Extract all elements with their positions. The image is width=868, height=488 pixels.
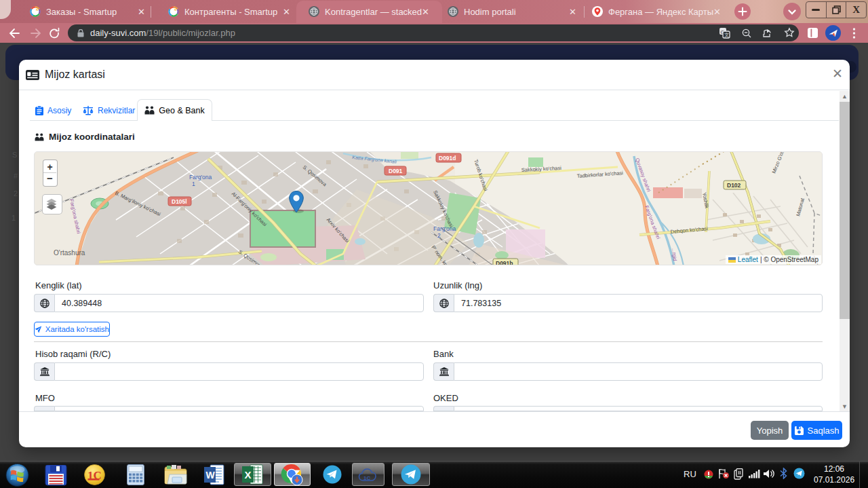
svg-text:2: 2 [437, 232, 441, 239]
svg-text:D091: D091 [389, 168, 403, 174]
svg-text:D105l: D105l [172, 198, 187, 205]
svg-text:D091b: D091b [496, 260, 513, 265]
svg-text:Farg'ona: Farg'ona [189, 174, 212, 181]
svg-text:1: 1 [192, 181, 195, 187]
svg-text:D091d: D091d [439, 155, 456, 162]
svg-text:Farg'ona: Farg'ona [433, 225, 456, 232]
svg-text:D102: D102 [727, 182, 741, 189]
svg-text:W: W [206, 470, 216, 481]
svg-text:文: 文 [724, 32, 729, 37]
svg-text:O'rtashura: O'rtashura [54, 249, 85, 257]
svg-text:1C: 1C [363, 475, 370, 481]
svg-text:X: X [245, 469, 252, 481]
